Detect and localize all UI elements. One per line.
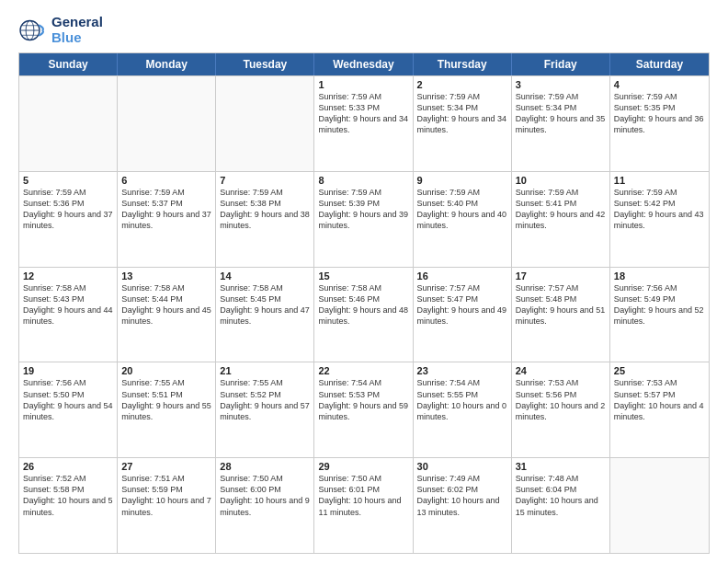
sunset-line: Sunset: 5:59 PM: [121, 484, 211, 495]
day-cell-3: 3Sunrise: 7:59 AMSunset: 5:34 PMDaylight…: [512, 76, 610, 171]
day-cell-7: 7Sunrise: 7:59 AMSunset: 5:38 PMDaylight…: [216, 172, 314, 267]
day-number: 18: [614, 270, 705, 282]
sunset-line: Sunset: 5:51 PM: [121, 389, 211, 400]
sunset-line: Sunset: 6:01 PM: [318, 484, 408, 495]
day-number: 20: [121, 365, 211, 376]
daylight-line: Daylight: 10 hours and 13 minutes.: [417, 495, 507, 517]
daylight-line: Daylight: 9 hours and 40 minutes.: [417, 209, 507, 231]
logo-text: General Blue: [51, 15, 103, 45]
sunset-line: Sunset: 5:46 PM: [318, 293, 408, 304]
daylight-line: Daylight: 9 hours and 36 minutes.: [614, 113, 705, 135]
sunset-line: Sunset: 5:56 PM: [516, 389, 606, 400]
day-cell-11: 11Sunrise: 7:59 AMSunset: 5:42 PMDayligh…: [610, 172, 709, 267]
sunset-line: Sunset: 5:44 PM: [121, 293, 211, 304]
sunrise-line: Sunrise: 7:59 AM: [417, 91, 507, 102]
sunrise-line: Sunrise: 7:59 AM: [614, 187, 705, 198]
sunrise-line: Sunrise: 7:53 AM: [516, 377, 606, 388]
day-number: 23: [417, 365, 507, 376]
day-number: 7: [220, 175, 310, 186]
day-number: 28: [220, 461, 310, 472]
sunset-line: Sunset: 5:45 PM: [220, 293, 310, 304]
sunrise-line: Sunrise: 7:58 AM: [121, 282, 211, 293]
sunset-line: Sunset: 5:33 PM: [318, 102, 408, 113]
daylight-line: Daylight: 10 hours and 11 minutes.: [318, 495, 408, 517]
daylight-line: Daylight: 9 hours and 42 minutes.: [516, 209, 606, 231]
sunset-line: Sunset: 5:39 PM: [318, 198, 408, 209]
day-number: 9: [417, 175, 507, 186]
day-number: 17: [516, 270, 606, 282]
day-cell-23: 23Sunrise: 7:54 AMSunset: 5:55 PMDayligh…: [414, 362, 512, 457]
calendar-week-4: 19Sunrise: 7:56 AMSunset: 5:50 PMDayligh…: [19, 362, 709, 457]
sunrise-line: Sunrise: 7:54 AM: [318, 377, 408, 388]
day-number: 25: [614, 365, 705, 376]
daylight-line: Daylight: 9 hours and 45 minutes.: [121, 304, 211, 327]
day-number: 14: [220, 270, 310, 282]
sunset-line: Sunset: 5:50 PM: [23, 389, 113, 400]
sunset-line: Sunset: 5:34 PM: [516, 102, 606, 113]
day-number: 8: [318, 175, 408, 186]
day-number: 19: [23, 365, 113, 376]
day-cell-14: 14Sunrise: 7:58 AMSunset: 5:45 PMDayligh…: [216, 268, 314, 362]
day-header-wednesday: Wednesday: [314, 53, 413, 75]
sunset-line: Sunset: 5:52 PM: [220, 389, 310, 400]
daylight-line: Daylight: 9 hours and 43 minutes.: [614, 209, 705, 231]
calendar-body: 1Sunrise: 7:59 AMSunset: 5:33 PMDaylight…: [19, 75, 709, 553]
day-cell-4: 4Sunrise: 7:59 AMSunset: 5:35 PMDaylight…: [610, 76, 709, 171]
day-number: 6: [121, 175, 211, 186]
sunset-line: Sunset: 5:42 PM: [614, 198, 705, 209]
day-header-monday: Monday: [118, 53, 216, 75]
day-cell-17: 17Sunrise: 7:57 AMSunset: 5:48 PMDayligh…: [512, 268, 610, 362]
sunrise-line: Sunrise: 7:59 AM: [318, 91, 408, 102]
day-cell-29: 29Sunrise: 7:50 AMSunset: 6:01 PMDayligh…: [314, 458, 413, 553]
sunset-line: Sunset: 5:48 PM: [516, 293, 606, 304]
daylight-line: Daylight: 10 hours and 4 minutes.: [614, 400, 705, 422]
daylight-line: Daylight: 9 hours and 52 minutes.: [614, 304, 705, 327]
daylight-line: Daylight: 9 hours and 34 minutes.: [417, 113, 507, 135]
sunset-line: Sunset: 6:00 PM: [220, 484, 310, 495]
page-header: General Blue: [18, 15, 710, 45]
sunrise-line: Sunrise: 7:49 AM: [417, 473, 507, 484]
day-number: 5: [23, 175, 113, 186]
daylight-line: Daylight: 9 hours and 37 minutes.: [121, 209, 211, 231]
sunrise-line: Sunrise: 7:59 AM: [318, 187, 408, 198]
sunrise-line: Sunrise: 7:52 AM: [23, 473, 113, 484]
empty-cell: [19, 76, 118, 171]
sunrise-line: Sunrise: 7:55 AM: [220, 377, 310, 388]
day-header-saturday: Saturday: [610, 53, 709, 75]
calendar-week-2: 5Sunrise: 7:59 AMSunset: 5:36 PMDaylight…: [19, 171, 709, 267]
daylight-line: Daylight: 9 hours and 38 minutes.: [220, 209, 310, 231]
day-cell-18: 18Sunrise: 7:56 AMSunset: 5:49 PMDayligh…: [610, 268, 709, 362]
calendar: SundayMondayTuesdayWednesdayThursdayFrid…: [18, 52, 710, 554]
sunset-line: Sunset: 5:53 PM: [318, 389, 408, 400]
sunrise-line: Sunrise: 7:48 AM: [516, 473, 606, 484]
sunrise-line: Sunrise: 7:56 AM: [614, 282, 705, 293]
sunrise-line: Sunrise: 7:59 AM: [516, 187, 606, 198]
daylight-line: Daylight: 10 hours and 5 minutes.: [23, 495, 113, 517]
daylight-line: Daylight: 9 hours and 57 minutes.: [220, 400, 310, 422]
daylight-line: Daylight: 9 hours and 51 minutes.: [516, 304, 606, 327]
day-header-thursday: Thursday: [414, 53, 512, 75]
sunrise-line: Sunrise: 7:53 AM: [614, 377, 705, 388]
day-number: 10: [516, 175, 606, 186]
sunset-line: Sunset: 5:55 PM: [417, 389, 507, 400]
sunrise-line: Sunrise: 7:50 AM: [220, 473, 310, 484]
day-cell-19: 19Sunrise: 7:56 AMSunset: 5:50 PMDayligh…: [19, 362, 118, 457]
daylight-line: Daylight: 9 hours and 49 minutes.: [417, 304, 507, 327]
daylight-line: Daylight: 9 hours and 55 minutes.: [121, 400, 211, 422]
sunset-line: Sunset: 5:41 PM: [516, 198, 606, 209]
sunrise-line: Sunrise: 7:59 AM: [121, 187, 211, 198]
day-cell-1: 1Sunrise: 7:59 AMSunset: 5:33 PMDaylight…: [314, 76, 413, 171]
sunrise-line: Sunrise: 7:59 AM: [417, 187, 507, 198]
sunset-line: Sunset: 5:37 PM: [121, 198, 211, 209]
day-number: 31: [516, 461, 606, 472]
day-number: 29: [318, 461, 408, 472]
daylight-line: Daylight: 9 hours and 35 minutes.: [516, 113, 606, 135]
empty-cell: [118, 76, 216, 171]
sunset-line: Sunset: 5:36 PM: [23, 198, 113, 209]
day-number: 30: [417, 461, 507, 472]
sunset-line: Sunset: 5:43 PM: [23, 293, 113, 304]
day-cell-22: 22Sunrise: 7:54 AMSunset: 5:53 PMDayligh…: [314, 362, 413, 457]
day-cell-6: 6Sunrise: 7:59 AMSunset: 5:37 PMDaylight…: [118, 172, 216, 267]
sunset-line: Sunset: 5:40 PM: [417, 198, 507, 209]
sunset-line: Sunset: 5:47 PM: [417, 293, 507, 304]
